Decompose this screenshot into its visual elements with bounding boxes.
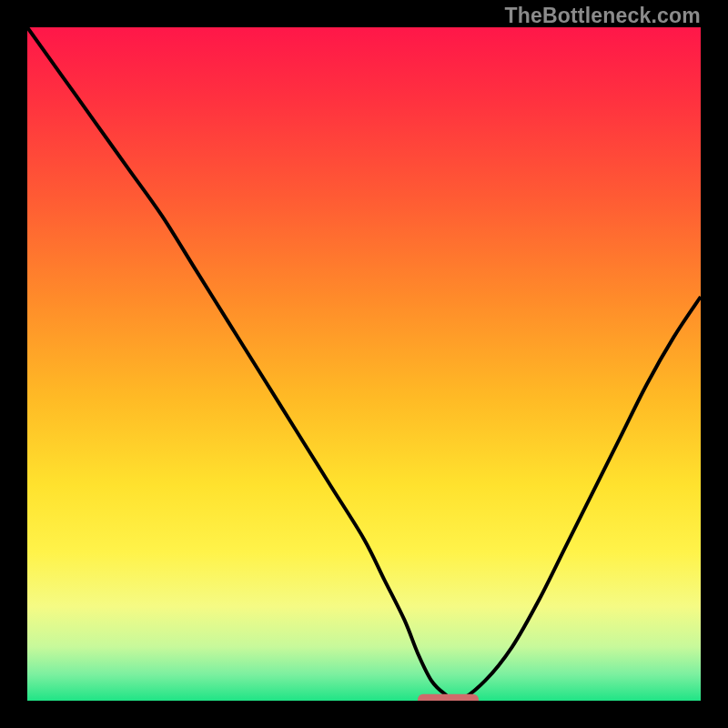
optimal-range-marker bbox=[418, 694, 479, 701]
plot-area bbox=[27, 27, 701, 701]
watermark-text: TheBottleneck.com bbox=[504, 4, 701, 28]
bottleneck-curve bbox=[27, 27, 701, 701]
chart-frame: TheBottleneck.com bbox=[0, 0, 728, 728]
